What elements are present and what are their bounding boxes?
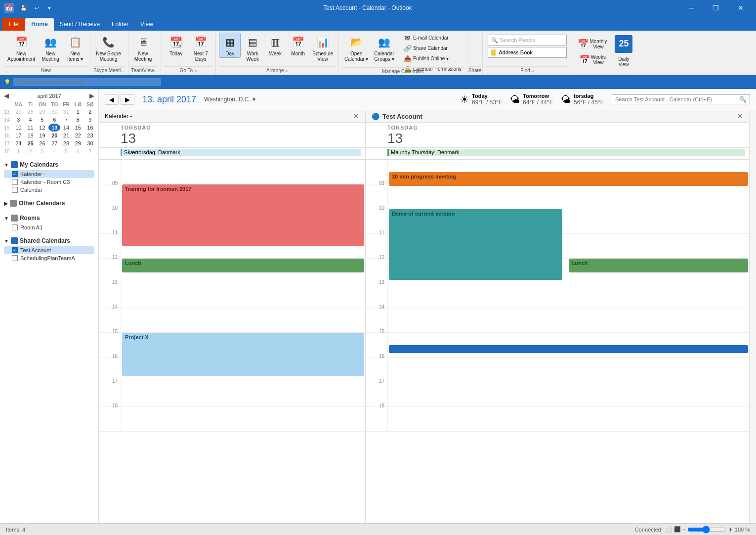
open-calendar-button[interactable]: 📂 OpenCalendar ▾ — [342, 33, 371, 63]
scrollbar[interactable] — [749, 110, 756, 523]
kalender-checkbox[interactable]: ✓ — [12, 171, 18, 177]
new-appointment-button[interactable]: 📅 NewAppointment — [5, 33, 38, 63]
month-button[interactable]: 📅 Month — [287, 33, 309, 58]
mini-cal-d16[interactable]: 16 — [84, 124, 96, 132]
mini-cal-d4[interactable]: 4 — [25, 116, 36, 124]
view-split-icon[interactable]: ⬛ — [674, 526, 681, 533]
mini-cal-d5b[interactable]: 5 — [60, 147, 72, 155]
mini-cal-d8[interactable]: 8 — [72, 116, 84, 124]
mini-cal-d14[interactable]: 14 — [60, 124, 72, 132]
mini-cal-d12[interactable]: 12 — [36, 124, 48, 132]
mini-cal-d23[interactable]: 23 — [84, 132, 96, 139]
tell-me-input[interactable] — [13, 78, 161, 86]
week-button[interactable]: ▥ Week — [264, 33, 286, 58]
mini-cal-d9[interactable]: 9 — [84, 116, 96, 124]
mini-cal-d24[interactable]: 24 — [12, 139, 25, 147]
mini-cal-d27b[interactable]: 27 — [48, 139, 60, 147]
sidebar-item-calendar[interactable]: Calendar — [4, 186, 94, 194]
mini-cal-d13-today[interactable]: 13 — [48, 124, 60, 132]
right-cell-15[interactable] — [387, 333, 749, 357]
right-cell-14[interactable] — [387, 308, 749, 332]
calendar-groups-button[interactable]: 👥 CalendarGroups ▾ — [372, 33, 397, 63]
sidebar-item-scheduling[interactable]: SchedulingPlanTeamA — [4, 254, 94, 262]
day-view-button[interactable]: ▦ Day — [219, 33, 241, 58]
weeks-view-button[interactable]: 📅 WeeksView — [577, 53, 608, 67]
tab-folder[interactable]: Folder — [106, 18, 134, 31]
mini-cal-prev[interactable]: ◀ — [2, 92, 11, 99]
mini-cal-d30[interactable]: 30 — [48, 108, 60, 116]
mini-cal-d25[interactable]: 25 — [25, 139, 36, 147]
mini-cal-d28b[interactable]: 28 — [60, 139, 72, 147]
mini-cal-d29[interactable]: 29 — [36, 108, 48, 116]
tab-home[interactable]: Home — [25, 18, 53, 31]
rooms-header[interactable]: ▼ Rooms — [4, 213, 94, 223]
right-cell-18[interactable] — [387, 407, 749, 431]
zoom-in-button[interactable]: + — [729, 526, 733, 534]
quick-undo[interactable]: ↩ — [31, 2, 42, 14]
left-col-close[interactable]: ✕ — [353, 112, 359, 120]
right-cell-10[interactable]: Demo of current version — [387, 209, 749, 233]
mini-cal-d20[interactable]: 20 — [48, 132, 60, 139]
mini-cal-d1a[interactable]: 1 — [72, 108, 84, 116]
left-cell-9[interactable]: Training for Ironman 2017 — [121, 184, 365, 209]
blue-bar-event[interactable] — [389, 345, 748, 353]
sidebar-item-kalender-room[interactable]: Kalender - Room C3 — [4, 178, 94, 186]
mini-cal-d28[interactable]: 28 — [25, 108, 36, 116]
mini-cal-d4b[interactable]: 4 — [48, 147, 60, 155]
mini-cal-d10[interactable]: 10 — [12, 124, 25, 132]
share-calendar-button[interactable]: 🔗 Share Calendar — [401, 43, 464, 53]
lunch-event[interactable]: Lunch — [122, 259, 364, 272]
mini-cal-d7[interactable]: 7 — [60, 116, 72, 124]
email-calendar-button[interactable]: ✉ E-mail Calendar — [401, 33, 464, 43]
left-cell-12[interactable]: Lunch — [121, 259, 365, 283]
training-event[interactable]: Training for Ironman 2017 — [122, 184, 364, 246]
shared-calendars-header[interactable]: ▼ Shared Calendars — [4, 235, 94, 246]
mini-cal-d2b[interactable]: 2 — [25, 147, 36, 155]
test-account-checkbox[interactable]: ✓ — [12, 247, 18, 253]
room-a1-checkbox[interactable] — [12, 224, 18, 230]
people-search-input[interactable]: 🔍 Search People — [488, 35, 567, 45]
schedule-view-button[interactable]: 📊 ScheduleView — [310, 33, 336, 63]
tab-file[interactable]: File — [2, 18, 25, 31]
lunch-right-event[interactable]: Lunch — [569, 259, 749, 272]
new-items-button[interactable]: 📋 NewItems ▾ — [63, 33, 87, 63]
close-button[interactable]: ✕ — [729, 0, 752, 16]
left-cell-14[interactable] — [121, 308, 365, 332]
mini-cal-d17[interactable]: 17 — [12, 132, 25, 139]
left-cell-13[interactable] — [121, 283, 365, 308]
progress-meeting-event[interactable]: 30 min progress meeting — [389, 172, 748, 186]
mini-cal-d22[interactable]: 22 — [72, 132, 84, 139]
right-day-scroll[interactable]: 08 30 min progress meeting 09 — [366, 160, 749, 523]
left-cell-18[interactable] — [121, 407, 365, 431]
mini-cal-d19[interactable]: 19 — [36, 132, 48, 139]
zoom-out-button[interactable]: - — [683, 526, 685, 534]
right-cell-16[interactable] — [387, 357, 749, 382]
left-cell-15[interactable]: Project X — [121, 333, 365, 357]
view-normal-icon[interactable]: ⬜ — [665, 526, 672, 533]
mini-cal-d2a[interactable]: 2 — [84, 108, 96, 116]
quick-save[interactable]: 💾 — [18, 2, 30, 14]
left-day-scroll[interactable]: 08 09 Training for Ironman 2017 — [99, 160, 365, 523]
calendar-checkbox[interactable] — [12, 187, 18, 193]
daily-view-button[interactable]: Dailyview — [611, 55, 636, 69]
mini-cal-d29b[interactable]: 29 — [72, 139, 84, 147]
left-cell-17[interactable] — [121, 382, 365, 406]
publish-online-button[interactable]: 📤 Publish Online ▾ — [401, 53, 464, 63]
mini-cal-d21[interactable]: 21 — [60, 132, 72, 139]
kalender-room-checkbox[interactable] — [12, 179, 18, 185]
work-week-button[interactable]: ▤ WorkWeek — [242, 33, 263, 63]
cal-prev-button[interactable]: ◀ — [105, 94, 119, 105]
left-cell-8[interactable] — [121, 160, 365, 184]
quick-more[interactable]: ▾ — [43, 2, 55, 14]
mini-cal-d26[interactable]: 26 — [36, 139, 48, 147]
mini-cal-d31[interactable]: 31 — [60, 108, 72, 116]
mini-cal-d3[interactable]: 3 — [12, 116, 25, 124]
mini-cal-d7b[interactable]: 7 — [84, 147, 96, 155]
skaeortorsdag-event[interactable]: Skærtorsdag: Danmark — [121, 149, 361, 156]
cal-next-button[interactable]: ▶ — [121, 94, 134, 105]
tab-send-receive[interactable]: Send / Receive — [54, 18, 106, 31]
right-col-close[interactable]: ✕ — [737, 112, 743, 120]
mini-cal-d15[interactable]: 15 — [72, 124, 84, 132]
right-cell-13[interactable] — [387, 283, 749, 308]
minimize-button[interactable]: ─ — [680, 0, 703, 16]
